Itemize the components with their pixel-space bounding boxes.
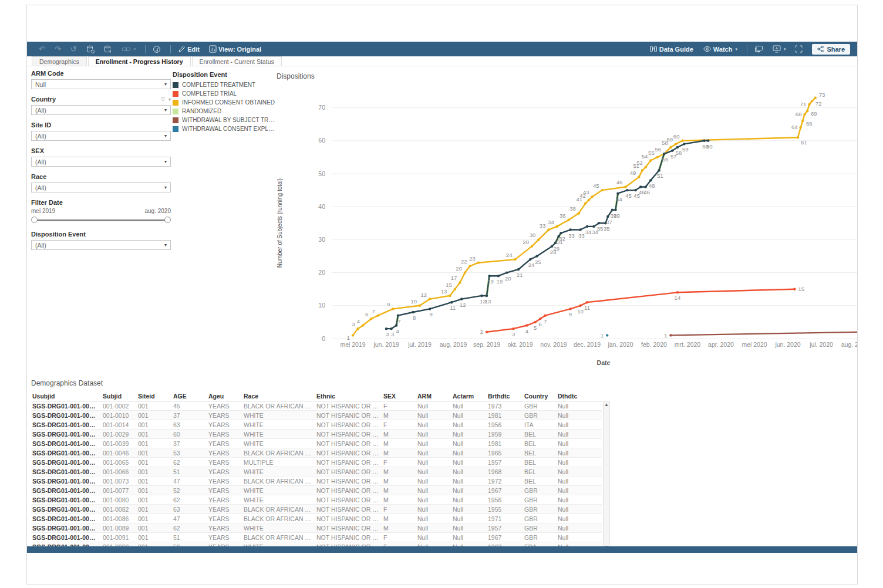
data-point[interactable]: [681, 140, 683, 142]
data-point[interactable]: [397, 314, 399, 316]
pause-updates-button[interactable]: [104, 45, 112, 53]
filter-select[interactable]: (All)▾: [31, 183, 171, 192]
redo-button[interactable]: ↷: [55, 45, 61, 53]
data-point[interactable]: [569, 307, 571, 310]
column-header[interactable]: Race: [242, 393, 315, 400]
data-point[interactable]: [663, 153, 665, 155]
data-point[interactable]: [531, 245, 533, 247]
data-point[interactable]: [569, 228, 571, 231]
data-point[interactable]: [584, 202, 587, 204]
data-point[interactable]: [370, 317, 372, 320]
legend-item[interactable]: RANDOMIZED: [173, 108, 275, 114]
data-point[interactable]: [598, 222, 600, 224]
data-point[interactable]: [676, 291, 679, 293]
table-row[interactable]: SGS-DRG01-001-001-0002001-000200145YEARS…: [31, 401, 602, 411]
data-point[interactable]: [808, 103, 810, 106]
data-point[interactable]: [578, 212, 580, 214]
download-button[interactable]: ▾: [773, 45, 786, 53]
data-point[interactable]: [390, 327, 392, 330]
slider-handle-end[interactable]: [164, 217, 171, 223]
data-point[interactable]: [505, 271, 508, 273]
data-point[interactable]: [634, 189, 636, 191]
data-point[interactable]: [656, 156, 659, 158]
filter-select[interactable]: Null▾: [31, 79, 171, 89]
legend-item[interactable]: COMPLETED TREATMENT: [173, 82, 275, 88]
data-point[interactable]: [814, 97, 817, 99]
data-point[interactable]: [464, 271, 466, 273]
column-header[interactable]: Ageu: [207, 393, 242, 400]
data-point[interactable]: [556, 225, 558, 228]
data-point[interactable]: [638, 175, 640, 178]
view-original-button[interactable]: View: Original: [209, 45, 261, 53]
slider-handle-start[interactable]: [31, 217, 38, 223]
tab-demographics[interactable]: Demographics: [32, 56, 87, 66]
data-point[interactable]: [649, 159, 652, 161]
column-header[interactable]: SEX: [382, 393, 416, 400]
data-point[interactable]: [486, 295, 488, 297]
legend-item[interactable]: WITHDRAWAL CONSENT EXPLOR...: [173, 126, 275, 132]
data-point[interactable]: [429, 307, 431, 310]
data-point[interactable]: [703, 140, 705, 142]
data-point[interactable]: [669, 334, 672, 336]
refresh-data-button[interactable]: [86, 45, 95, 53]
series-line[interactable]: [487, 289, 794, 332]
table-row[interactable]: SGS-DRG01-001-001-0089001-008900162YEARS…: [31, 523, 602, 533]
column-header[interactable]: AGE: [172, 393, 207, 400]
data-point[interactable]: [592, 225, 595, 228]
data-point[interactable]: [606, 334, 608, 336]
data-point[interactable]: [797, 136, 799, 138]
data-point[interactable]: [517, 268, 520, 271]
data-point[interactable]: [641, 169, 643, 171]
table-row[interactable]: SGS-DRG01-001-001-0046001-004600153YEARS…: [31, 448, 602, 458]
data-point[interactable]: [539, 317, 541, 320]
data-point[interactable]: [793, 288, 796, 290]
data-point[interactable]: [616, 192, 619, 195]
column-header[interactable]: Ethnic: [315, 393, 382, 400]
column-header[interactable]: Country: [523, 393, 557, 400]
column-header[interactable]: Usubjid: [31, 393, 102, 400]
data-point[interactable]: [535, 255, 538, 257]
table-row[interactable]: SGS-DRG01-001-001-0086001-008600147YEARS…: [31, 514, 602, 523]
data-point[interactable]: [801, 120, 804, 122]
data-point[interactable]: [588, 199, 590, 201]
data-point[interactable]: [488, 275, 490, 277]
data-point[interactable]: [392, 307, 394, 310]
table-row[interactable]: SGS-DRG01-001-001-0014001-001400163YEARS…: [31, 420, 602, 430]
filter-select[interactable]: (All)▾: [31, 131, 171, 141]
data-point[interactable]: [639, 185, 642, 188]
column-header[interactable]: ARM: [416, 393, 451, 400]
tab-enrollment-current-status[interactable]: Enrollment - Current Status: [192, 56, 282, 66]
scroll-up-icon[interactable]: ▲: [604, 402, 609, 408]
undo-button[interactable]: ↶: [39, 45, 45, 53]
data-point[interactable]: [385, 327, 387, 330]
data-point[interactable]: [799, 126, 801, 129]
funnel-icon[interactable]: ▽: [161, 96, 165, 102]
column-header[interactable]: Brthdtc: [487, 393, 523, 400]
filter-select[interactable]: (All)▾: [31, 157, 171, 167]
data-point[interactable]: [560, 232, 562, 234]
column-header[interactable]: Siteid: [137, 393, 172, 400]
data-point[interactable]: [586, 225, 588, 228]
table-row[interactable]: SGS-DRG01-001-001-0010001-001000137YEARS…: [31, 411, 602, 420]
filter-select[interactable]: (All)▾: [31, 105, 171, 115]
data-point[interactable]: [352, 334, 354, 336]
data-point[interactable]: [624, 185, 626, 188]
metrics-button[interactable]: [153, 45, 161, 53]
data-point[interactable]: [645, 185, 647, 188]
fullscreen-button[interactable]: [795, 45, 803, 53]
data-point[interactable]: [480, 295, 483, 297]
data-point[interactable]: [676, 146, 679, 148]
data-point[interactable]: [803, 113, 806, 116]
edit-button[interactable]: Edit: [178, 45, 200, 53]
data-point[interactable]: [537, 238, 540, 241]
data-point[interactable]: [497, 275, 500, 277]
data-point[interactable]: [419, 305, 421, 307]
data-point[interactable]: [477, 262, 480, 264]
column-header[interactable]: Actarm: [451, 393, 487, 400]
slider-track[interactable]: [34, 219, 168, 221]
table-row[interactable]: SGS-DRG01-001-001-0066001-006600151YEARS…: [31, 467, 602, 477]
link-button[interactable]: ▾: [122, 46, 136, 53]
chevron-down-icon[interactable]: ▾: [168, 97, 171, 102]
data-point[interactable]: [525, 324, 528, 326]
table-row[interactable]: SGS-DRG01-001-001-0077001-007700152YEARS…: [31, 486, 602, 495]
